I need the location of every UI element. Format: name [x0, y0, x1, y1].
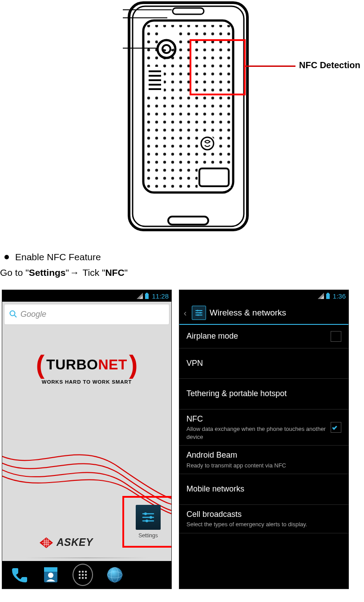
checkbox-icon[interactable]	[331, 331, 341, 342]
svg-rect-14	[168, 217, 208, 225]
settings-app-icon[interactable]	[136, 505, 161, 530]
nfc-callout-label: NFC Detection	[299, 60, 360, 70]
svg-rect-65	[327, 293, 329, 294]
bullet-enable-nfc: Enable NFC Feature	[4, 252, 101, 262]
page-indicator	[24, 557, 149, 558]
status-bar: 11:28	[2, 290, 171, 302]
svg-point-58	[82, 577, 84, 579]
header-title: Wireless & networks	[210, 308, 286, 318]
svg-point-54	[79, 574, 81, 576]
svg-point-38	[144, 512, 147, 515]
askey-text: ASKEY	[57, 536, 93, 549]
setting-subtitle: Ready to transmit app content via NFC	[186, 462, 341, 470]
svg-point-53	[85, 571, 87, 573]
sliders-icon	[194, 308, 203, 317]
setting-title: Android Beam	[186, 450, 341, 460]
svg-point-51	[79, 571, 81, 573]
browser-app-icon[interactable]	[105, 565, 125, 585]
apps-drawer-button[interactable]	[73, 565, 93, 585]
svg-point-57	[79, 577, 81, 579]
svg-point-59	[85, 577, 87, 579]
setting-android-beam[interactable]: Android Beam Ready to transmit app conte…	[179, 446, 348, 474]
setting-title: Mobile networks	[186, 484, 341, 494]
svg-point-50	[48, 573, 53, 578]
setting-title: Cell broadcasts	[186, 509, 341, 520]
askey-diamond-icon	[40, 537, 53, 548]
status-time: 11:28	[152, 292, 169, 300]
text: "	[66, 267, 69, 278]
turbonet-tagline: WORKS HARD TO WORK SMART	[2, 379, 171, 385]
setting-tethering[interactable]: Tethering & portable hotspot	[179, 379, 348, 409]
setting-title: Tethering & portable hotspot	[186, 389, 341, 399]
search-icon	[9, 310, 18, 319]
svg-point-33	[10, 311, 15, 316]
settings-app-highlight: Settings	[122, 496, 172, 548]
askey-logo: ASKEY	[40, 536, 93, 549]
svg-point-71	[199, 312, 201, 314]
status-bar: 1:36	[179, 290, 348, 302]
text-nfc: NFC	[105, 267, 124, 278]
status-time: 1:36	[333, 292, 346, 300]
checkbox-icon[interactable]	[331, 422, 341, 433]
device-back-diagram: C	[123, 0, 254, 233]
signal-icon	[318, 293, 324, 299]
settings-header-icon	[192, 306, 206, 320]
svg-line-34	[15, 315, 17, 318]
settings-header[interactable]: ‹ Wireless & networks	[179, 302, 348, 325]
setting-nfc[interactable]: NFC Allow data exchange when the phone t…	[179, 410, 348, 446]
callout-line	[246, 66, 295, 67]
back-icon[interactable]: ‹	[182, 308, 188, 318]
setting-subtitle: Allow data exchange when the phone touch…	[186, 425, 331, 441]
bullet-text: Enable NFC Feature	[15, 252, 101, 262]
signal-icon	[137, 293, 143, 299]
text: Go to "	[0, 267, 29, 278]
turbonet-word1: TURBO	[46, 356, 98, 373]
setting-title: Airplane mode	[186, 331, 331, 341]
svg-rect-13	[173, 8, 204, 14]
setting-subtitle: Select the types of emergency alerts to …	[186, 520, 341, 528]
search-placeholder: Google	[20, 310, 46, 319]
search-input[interactable]: Google	[4, 303, 170, 325]
svg-rect-66	[326, 294, 330, 299]
phone-app-icon[interactable]	[8, 565, 29, 585]
svg-point-40	[146, 520, 148, 522]
grid-icon	[77, 569, 88, 580]
contacts-app-icon[interactable]	[40, 565, 61, 585]
battery-icon	[326, 293, 330, 299]
dock	[2, 561, 171, 589]
svg-point-55	[82, 574, 84, 576]
turbonet-word2: NET	[98, 356, 127, 373]
setting-vpn[interactable]: VPN	[179, 348, 348, 379]
svg-rect-27	[198, 167, 231, 188]
screenshot-settings: 1:36 ‹ Wireless & networks	[179, 290, 349, 589]
instruction-line: Go to "Settings"→ Tick "NFC"	[0, 267, 128, 278]
svg-point-52	[82, 571, 84, 573]
setting-title: NFC	[186, 414, 331, 424]
bullet-icon	[4, 255, 9, 259]
arrow-icon: →	[70, 267, 79, 278]
setting-mobile-networks[interactable]: Mobile networks	[179, 474, 348, 504]
battery-icon	[145, 293, 149, 299]
svg-rect-32	[145, 294, 149, 299]
settings-app-label: Settings	[138, 532, 158, 539]
text-settings: Settings	[29, 267, 66, 278]
screenshot-home: 11:28 Google ( TURBONET ) WORKS HARD TO …	[2, 290, 172, 589]
setting-airplane-mode[interactable]: Airplane mode	[179, 325, 348, 348]
setting-title: VPN	[186, 358, 341, 369]
svg-point-72	[197, 314, 199, 316]
svg-point-60	[107, 567, 122, 582]
setting-cell-broadcasts[interactable]: Cell broadcasts Select the types of emer…	[179, 505, 348, 533]
svg-rect-49	[44, 567, 57, 572]
svg-point-39	[150, 516, 152, 519]
text: Tick "	[80, 267, 105, 278]
svg-point-70	[197, 310, 198, 311]
svg-point-56	[85, 574, 87, 576]
text: "	[125, 267, 128, 278]
nfc-area-highlight	[190, 39, 246, 95]
svg-rect-31	[146, 293, 148, 294]
sliders-icon	[140, 509, 156, 525]
turbonet-logo: ( TURBONET ) WORKS HARD TO WORK SMART	[2, 352, 171, 385]
